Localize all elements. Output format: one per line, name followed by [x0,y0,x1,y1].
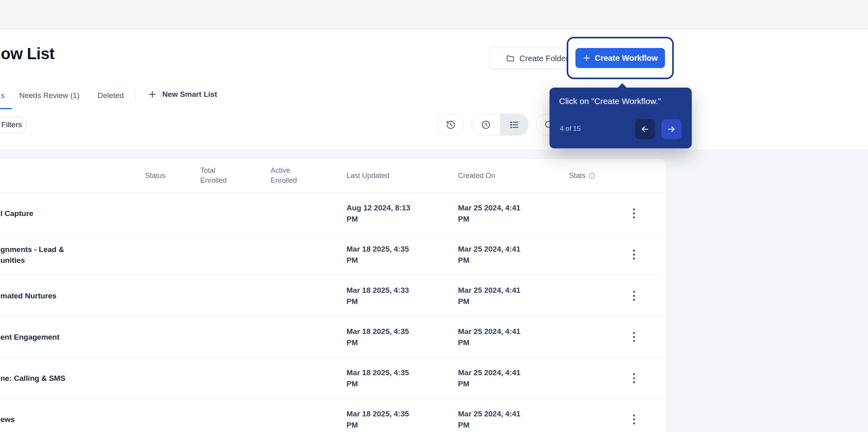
tour-tooltip: Click on "Create Workflow." 4 of 15 [549,88,692,148]
tab-workflows[interactable]: s [1,91,5,100]
folder-icon [506,54,515,63]
last-updated-cell: Mar 18 2025, 4:33PM [346,275,409,316]
workflow-name[interactable]: ne: Calling & SMS [0,358,66,399]
history-button[interactable] [437,114,464,136]
table-row[interactable]: ent Engagement Mar 18 2025, 4:35PM Mar 2… [0,316,666,358]
workflow-name[interactable]: ews [0,399,15,432]
create-folder-label: Create Folder [520,54,568,63]
create-workflow-label: Create Workflow [595,54,657,63]
tour-highlight-ring: Create Workflow [567,37,674,79]
workflow-name[interactable]: ent Engagement [0,316,60,358]
created-on-cell: Mar 25 2024, 4:41PM [458,399,520,432]
table-row[interactable]: mated Nurtures Mar 18 2025, 4:33PM Mar 2… [0,275,666,316]
row-menu-button[interactable] [624,409,644,429]
plus-icon [148,90,157,99]
tab-deleted[interactable]: Deleted [98,91,124,100]
info-icon [588,162,596,190]
clock-view-button[interactable] [472,114,500,135]
row-menu-button[interactable] [624,327,644,347]
workflow-list-page: ow List s Needs Review (1) Deleted New S… [0,0,868,432]
workflow-name[interactable]: gnments - Lead &unities [0,234,64,275]
tooltip-arrow [617,83,627,88]
created-on-cell: Mar 25 2024, 4:41PM [458,358,520,399]
table-row[interactable]: ews Mar 18 2025, 4:35PM Mar 25 2024, 4:4… [0,399,666,432]
stats-header-label: Stats [569,171,585,181]
new-smart-list-label: New Smart List [162,90,217,99]
created-on-cell: Mar 25 2024, 4:41PM [458,275,520,316]
tour-instruction: Click on "Create Workflow." [559,96,661,106]
filters-button[interactable]: Filters [0,116,26,133]
list-icon [509,120,520,130]
view-toggle [472,114,529,136]
created-on-cell: Mar 25 2024, 4:41PM [458,316,520,358]
list-view-button[interactable] [500,114,528,135]
column-header-stats: Stats [569,158,596,193]
table-header-row: Status Total Enrolled Active Enrolled La… [0,158,666,193]
table-row[interactable]: gnments - Lead &unities Mar 18 2025, 4:3… [0,234,666,275]
tabs-divider [135,90,135,102]
row-menu-button[interactable] [624,203,644,223]
last-updated-cell: Mar 18 2025, 4:35PM [346,234,409,275]
table-row[interactable]: l Capture Aug 12 2024, 8:13PM Mar 25 202… [0,193,666,234]
table-row[interactable]: ne: Calling & SMS Mar 18 2025, 4:35PM Ma… [0,358,666,399]
created-on-cell: Mar 25 2024, 4:41PM [458,193,520,234]
workflow-name[interactable]: l Capture [0,193,33,234]
tour-previous-button[interactable] [635,119,655,139]
active-tab-underline [0,108,12,109]
filters-label: Filters [1,120,22,129]
history-icon [446,120,456,130]
top-bar [0,0,868,29]
last-updated-cell: Mar 18 2025, 4:35PM [346,358,409,399]
last-updated-cell: Mar 18 2025, 4:35PM [346,399,409,432]
create-workflow-button[interactable]: Create Workflow [575,48,665,68]
last-updated-cell: Aug 12 2024, 8:13PM [346,193,410,234]
arrow-left-icon [640,124,650,134]
column-header-last-updated: Last Updated [346,158,389,193]
row-menu-button[interactable] [624,244,644,264]
tour-next-button[interactable] [661,119,681,139]
last-updated-cell: Mar 18 2025, 4:35PM [346,316,409,358]
row-menu-button[interactable] [624,286,644,306]
workflow-name[interactable]: mated Nurtures [0,275,56,316]
row-menu-button[interactable] [624,368,644,388]
column-header-created-on: Created On [458,158,495,193]
page-title: ow List [1,45,54,63]
tour-step-counter: 4 of 15 [560,125,581,133]
workflow-table: Status Total Enrolled Active Enrolled La… [0,158,667,432]
created-on-cell: Mar 25 2024, 4:41PM [458,234,520,275]
tab-needs-review[interactable]: Needs Review (1) [19,91,80,100]
column-header-total-enrolled: Total Enrolled [200,158,227,193]
new-smart-list-button[interactable]: New Smart List [148,90,217,99]
arrow-right-icon [667,124,676,134]
column-header-status: Status [145,158,165,193]
column-header-active-enrolled: Active Enrolled [271,158,297,193]
clock-icon [481,120,491,130]
plus-icon [583,54,591,62]
